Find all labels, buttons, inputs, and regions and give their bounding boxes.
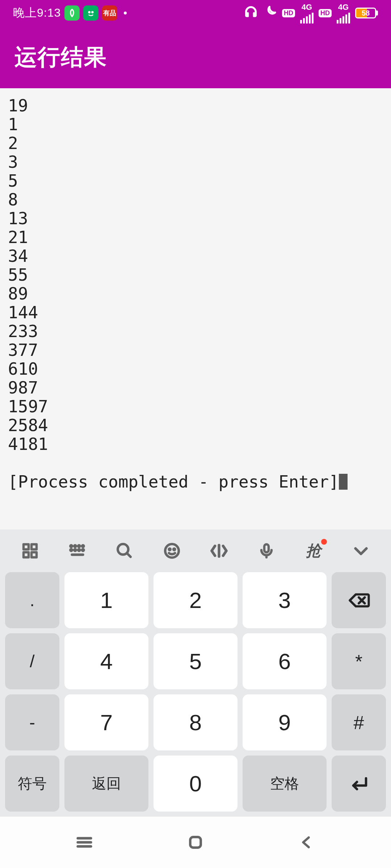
key-2[interactable]: 2 [154,572,237,628]
moon-icon [263,5,277,21]
svg-rect-29 [190,837,201,847]
svg-point-11 [74,549,76,551]
key-star[interactable]: * [332,633,386,689]
status-bar-right: HD 4G HD 4G 58 [244,3,378,24]
microphone-icon[interactable] [252,536,281,566]
svg-point-1 [91,11,94,13]
system-nav-bar [0,817,391,868]
key-7[interactable]: 7 [64,694,148,750]
hd-badge-1: HD [282,9,295,17]
grab-button[interactable]: 抢 [299,536,328,566]
svg-point-10 [70,549,72,551]
svg-point-7 [74,545,76,547]
key-backspace[interactable] [332,572,386,628]
key-1[interactable]: 1 [64,572,148,628]
notification-dot-icon [321,539,327,545]
svg-point-19 [173,549,175,550]
svg-point-12 [78,549,80,551]
terminal-footer: [Process completed - press Enter] [8,472,339,492]
layout-grid-icon[interactable] [15,536,45,566]
net4g-1: 4G [302,3,312,12]
keyboard-layout-icon[interactable] [63,536,92,566]
key-5[interactable]: 5 [154,633,237,689]
svg-point-6 [70,545,72,547]
svg-point-8 [78,545,80,547]
terminal-lines: 19 1 2 3 5 8 13 21 34 55 89 144 233 377 … [8,96,48,454]
key-9[interactable]: 9 [243,694,327,750]
keyboard-toolbar: 抢 [0,529,391,572]
key-symbols[interactable]: 符号 [5,756,59,812]
cursor-icon [339,474,348,490]
svg-rect-4 [24,552,29,557]
svg-rect-21 [264,544,269,552]
svg-point-0 [88,11,91,13]
nav-recents-icon[interactable] [63,830,106,855]
svg-point-17 [165,544,179,558]
page-title: 运行结果 [14,42,107,72]
svg-rect-3 [31,544,37,549]
sim1-block: 4G [300,3,314,24]
svg-point-13 [82,549,84,551]
more-dot-icon [124,12,127,14]
nav-home-icon[interactable] [174,830,217,855]
status-bar: 晚上9:13 有品 HD 4G HD 4G 58 [0,0,391,26]
keyboard-grid: . / + 1 2 3 4 5 6 7 8 9 * # 符号 返回 0 空格 +… [0,572,391,812]
nav-back-icon[interactable] [285,830,328,855]
key-minus[interactable]: - [5,694,59,750]
emoji-icon[interactable] [157,536,187,566]
hd-badge-2: HD [319,9,332,17]
key-6[interactable]: 6 [243,633,327,689]
key-hash[interactable]: # [332,694,386,750]
battery-icon: 58 [355,8,378,18]
key-space[interactable]: 空格 [243,756,327,812]
search-icon[interactable] [110,536,139,566]
app-header: 运行结果 [0,26,391,88]
app-chip-2-icon [83,5,98,21]
signal-bars-2-icon [337,13,350,24]
key-4[interactable]: 4 [64,633,148,689]
key-8[interactable]: 8 [154,694,237,750]
battery-percent: 58 [362,9,370,17]
status-bar-left: 晚上9:13 有品 [13,5,130,21]
svg-line-16 [127,553,130,557]
key-slash[interactable]: / [5,633,59,689]
signal-bars-1-icon [300,13,314,24]
time-label: 晚上9:13 [13,5,61,21]
key-0[interactable]: 0 [154,756,237,812]
key-enter[interactable] [332,756,386,812]
net4g-2: 4G [338,3,349,12]
terminal-output[interactable]: 19 1 2 3 5 8 13 21 34 55 89 144 233 377 … [0,88,391,529]
svg-rect-5 [31,552,37,557]
headset-icon [244,5,258,22]
side-left-split: +- [5,694,59,750]
sim2-block: 4G [337,3,350,24]
app-chip-1-icon [64,5,80,21]
cursor-select-icon[interactable] [204,536,234,566]
key-3[interactable]: 3 [243,572,327,628]
key-back[interactable]: 返回 [64,756,148,812]
svg-point-18 [169,549,170,550]
collapse-keyboard-icon[interactable] [346,536,376,566]
key-period[interactable]: . [5,572,59,628]
svg-point-9 [82,545,84,547]
app-chip-3-icon: 有品 [102,5,117,21]
svg-rect-2 [24,544,29,549]
